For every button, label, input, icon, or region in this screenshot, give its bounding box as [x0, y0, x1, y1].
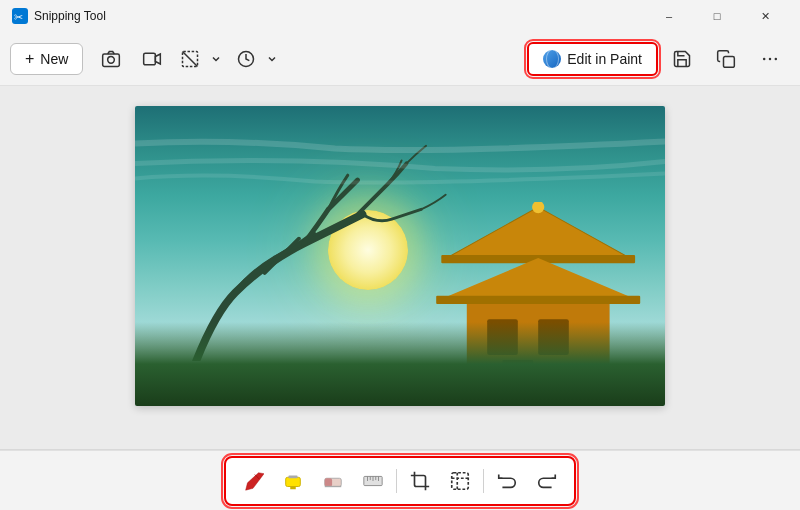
- video-mode-group: [135, 39, 169, 79]
- ground-foliage: [135, 322, 665, 406]
- pen-tool-button[interactable]: [234, 462, 272, 500]
- title-bar: ✂ Snipping Tool – □ ✕: [0, 0, 800, 32]
- svg-rect-24: [288, 475, 297, 478]
- new-button[interactable]: + New: [10, 43, 83, 75]
- video-icon: [142, 49, 162, 69]
- edit-in-paint-label: Edit in Paint: [567, 51, 642, 67]
- eraser-icon: [322, 470, 344, 492]
- eraser-tool-button[interactable]: [314, 462, 352, 500]
- main-content: [0, 86, 800, 449]
- camera-mode-button[interactable]: [91, 39, 131, 79]
- svg-rect-23: [290, 486, 296, 489]
- pen-icon: [242, 470, 264, 492]
- snip-icon: [180, 49, 200, 69]
- save-button[interactable]: [662, 39, 702, 79]
- delay-group: [229, 39, 281, 79]
- svg-point-10: [775, 57, 778, 60]
- highlighter-tool-button[interactable]: [274, 462, 312, 500]
- editing-tools-group: [224, 456, 576, 506]
- maximize-button[interactable]: □: [694, 0, 740, 32]
- svg-rect-26: [325, 478, 332, 486]
- chevron-down-icon: [267, 54, 277, 64]
- screenshot-preview: [135, 106, 665, 406]
- scene-background: [135, 106, 665, 406]
- svg-rect-4: [144, 53, 156, 65]
- svg-point-8: [763, 57, 766, 60]
- copy-icon: [716, 49, 736, 69]
- chevron-down-icon: [211, 54, 221, 64]
- save-icon: [672, 49, 692, 69]
- select-tool-button[interactable]: [441, 462, 479, 500]
- redo-icon: [536, 470, 558, 492]
- window-controls: – □ ✕: [646, 0, 788, 32]
- crop-icon: [409, 470, 431, 492]
- more-icon: [760, 49, 780, 69]
- close-button[interactable]: ✕: [742, 0, 788, 32]
- snip-mode-group: [173, 39, 225, 79]
- title-bar-left: ✂ Snipping Tool: [12, 8, 106, 24]
- svg-marker-14: [441, 258, 635, 299]
- minimize-button[interactable]: –: [646, 0, 692, 32]
- camera-icon: [101, 49, 121, 69]
- svg-point-9: [769, 57, 772, 60]
- undo-button[interactable]: [488, 462, 526, 500]
- tool-separator-1: [396, 469, 397, 493]
- ruler-icon: [362, 470, 384, 492]
- copy-button[interactable]: [706, 39, 746, 79]
- redo-button[interactable]: [528, 462, 566, 500]
- main-toolbar: + New: [0, 32, 800, 86]
- select-icon: [449, 470, 471, 492]
- new-plus-icon: +: [25, 50, 34, 68]
- svg-rect-7: [724, 56, 735, 67]
- highlighter-icon: [282, 470, 304, 492]
- bottom-toolbar: [0, 450, 800, 510]
- app-icon: ✂: [12, 8, 28, 24]
- app-title: Snipping Tool: [34, 9, 106, 23]
- svg-rect-34: [452, 472, 469, 489]
- edit-in-paint-button[interactable]: Edit in Paint: [527, 42, 658, 76]
- svg-point-3: [108, 56, 115, 63]
- delay-arrow[interactable]: [263, 39, 281, 79]
- sky-clouds: [135, 121, 665, 226]
- video-mode-button[interactable]: [135, 39, 169, 79]
- svg-rect-15: [436, 296, 640, 304]
- delay-button[interactable]: [229, 39, 263, 79]
- new-label: New: [40, 51, 68, 67]
- snip-mode-arrow[interactable]: [207, 39, 225, 79]
- svg-rect-22: [286, 477, 301, 486]
- crop-tool-button[interactable]: [401, 462, 439, 500]
- tool-separator-2: [483, 469, 484, 493]
- paint-globe-icon: [543, 50, 561, 68]
- more-options-button[interactable]: [750, 39, 790, 79]
- clock-icon: [236, 49, 256, 69]
- svg-text:✂: ✂: [14, 11, 23, 23]
- undo-icon: [496, 470, 518, 492]
- snip-mode-button[interactable]: [173, 39, 207, 79]
- ruler-tool-button[interactable]: [354, 462, 392, 500]
